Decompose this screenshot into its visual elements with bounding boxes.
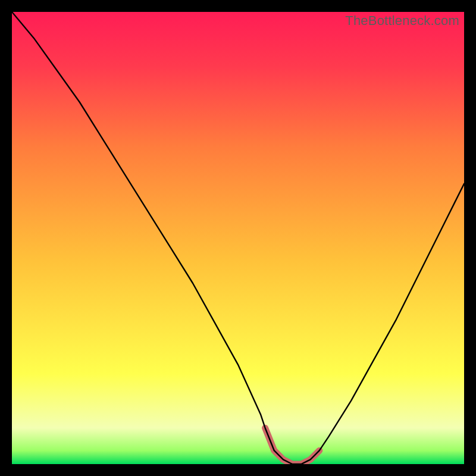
- watermark: TheBottleneck.com: [345, 13, 459, 29]
- chart-svg: [12, 12, 464, 464]
- chart-frame: TheBottleneck.com: [12, 12, 464, 464]
- gradient-rect: [12, 12, 464, 464]
